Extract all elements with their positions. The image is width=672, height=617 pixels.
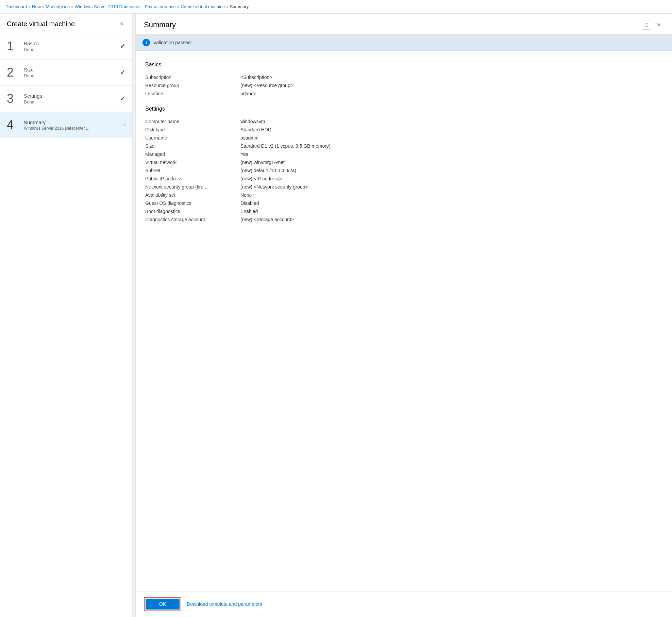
table-row: Public IP address (new) <IP address> [145, 175, 662, 183]
location-label: Location [145, 90, 240, 98]
step-3-settings[interactable]: 3 Settings Done ✓ [0, 86, 132, 112]
step-4-name: Summary [24, 119, 121, 125]
step-1-basics[interactable]: 1 Basics Done ✓ [0, 33, 132, 60]
breadcrumb-sep-4: > [177, 5, 179, 9]
boot-diagnostics-value: Enabled [240, 207, 662, 215]
table-row: Virtual network (new) winvmrg1-vnet [145, 158, 662, 166]
subscription-value: <Subscription> [240, 73, 662, 81]
right-panel-close-button[interactable]: × [654, 20, 663, 30]
availability-set-value: None [240, 191, 662, 199]
table-row: Diagnostics storage account (new) <Stora… [145, 215, 662, 224]
left-panel-header: Create virtual machine × [0, 14, 132, 33]
computer-name-label: Computer name [145, 117, 240, 126]
username-label: Username [145, 134, 240, 142]
table-row: Disk type Standard HDD [145, 126, 662, 134]
breadcrumb-sep-3: > [71, 5, 73, 9]
username-value: asadmin [240, 134, 662, 142]
resource-group-label: Resource group [145, 81, 240, 90]
step-2-name: Size [24, 67, 117, 72]
step-4-summary[interactable]: 4 Summary Windows Server 2016 Datacenter… [0, 112, 132, 138]
breadcrumb-item-summary: Summary [230, 4, 249, 9]
step-1-number: 1 [7, 40, 24, 52]
table-row: Managed Yes [145, 150, 662, 158]
disk-type-value: Standard HDD [240, 126, 662, 134]
disk-type-label: Disk type [145, 126, 240, 134]
diag-storage-value: (new) <Storage account> [240, 215, 662, 224]
breadcrumb-item-product[interactable]: Windows Server 2016 Datacenter - Pay-as-… [75, 4, 176, 9]
left-panel-close-button[interactable]: × [118, 20, 125, 28]
resource-group-value: (new) <Resource group> [240, 81, 662, 90]
step-1-status: Done [24, 47, 117, 52]
download-template-link[interactable]: Download template and parameters [187, 601, 262, 607]
left-panel-title: Create virtual machine [7, 20, 75, 28]
step-3-name: Settings [24, 93, 117, 99]
step-3-info: Settings Done [24, 93, 117, 104]
computer-name-value: windowsvm [240, 117, 662, 126]
validation-icon: i [142, 39, 150, 46]
breadcrumb-item-dashboard[interactable]: Dashboard [5, 4, 27, 9]
ok-button-wrapper: OK [144, 597, 181, 611]
table-row: Boot diagnostics Enabled [145, 207, 662, 215]
steps-container: 1 Basics Done ✓ 2 Size Done ✓ 3 [0, 33, 132, 617]
availability-set-label: Availability set [145, 191, 240, 199]
guest-os-diagnostics-label: Guest OS diagnostics [145, 199, 240, 207]
breadcrumb-sep-5: > [226, 5, 228, 9]
nsg-value: (new) <Network security group> [240, 183, 662, 191]
step-4-info: Summary Windows Server 2016 Datacenter .… [24, 119, 121, 131]
boot-diagnostics-label: Boot diagnostics [145, 207, 240, 215]
bottom-bar: OK Download template and parameters [136, 591, 672, 617]
settings-table: Computer name windowsvm Disk type Standa… [145, 117, 662, 224]
size-label: Size [145, 142, 240, 150]
diag-storage-label: Diagnostics storage account [145, 215, 240, 224]
subnet-label: Subnet [145, 166, 240, 175]
step-3-status: Done [24, 99, 117, 104]
subnet-value: (new) default (10.0.0.0/24) [240, 166, 662, 175]
step-2-check: ✓ [120, 68, 125, 77]
table-row: Availability set None [145, 191, 662, 199]
table-row: Subnet (new) default (10.0.0.0/24) [145, 166, 662, 175]
table-row: Size Standard D1 v2 (1 vcpus, 3.5 GB mem… [145, 142, 662, 150]
section-title-settings: Settings [145, 106, 662, 112]
step-2-info: Size Done [24, 67, 117, 78]
public-ip-label: Public IP address [145, 175, 240, 183]
step-3-number: 3 [7, 93, 24, 105]
table-row: Computer name windowsvm [145, 117, 662, 126]
basics-table: Subscription <Subscription> Resource gro… [145, 73, 662, 98]
managed-label: Managed [145, 150, 240, 158]
table-row: Location orlando [145, 90, 662, 98]
maximize-button[interactable]: □ [642, 20, 651, 30]
breadcrumb-sep-1: > [29, 5, 31, 9]
step-2-number: 2 [7, 66, 24, 79]
breadcrumb-item-new[interactable]: New [32, 4, 41, 9]
managed-value: Yes [240, 150, 662, 158]
step-1-check: ✓ [120, 42, 125, 50]
table-row: Resource group (new) <Resource group> [145, 81, 662, 90]
breadcrumb: Dashboard > New > Marketplace > Windows … [0, 0, 672, 14]
table-row: Username asadmin [145, 134, 662, 142]
guest-os-diagnostics-value: Disabled [240, 199, 662, 207]
step-4-number: 4 [7, 119, 24, 131]
right-panel-header: Summary □ × [136, 14, 672, 35]
breadcrumb-sep-2: > [42, 5, 44, 9]
virtual-network-label: Virtual network [145, 158, 240, 166]
location-value: orlando [240, 90, 662, 98]
table-row: Subscription <Subscription> [145, 73, 662, 81]
step-2-size[interactable]: 2 Size Done ✓ [0, 60, 132, 86]
breadcrumb-item-create-vm[interactable]: Create virtual machine [181, 4, 225, 9]
right-panel-title: Summary [144, 20, 176, 29]
summary-content: Basics Subscription <Subscription> Resou… [136, 51, 672, 591]
step-1-name: Basics [24, 40, 117, 46]
step-3-check: ✓ [120, 95, 125, 103]
virtual-network-value: (new) winvmrg1-vnet [240, 158, 662, 166]
breadcrumb-item-marketplace[interactable]: Marketplace [46, 4, 70, 9]
step-4-arrow: › [124, 122, 125, 128]
step-4-sub: Windows Server 2016 Datacenter ... [24, 126, 92, 131]
table-row: Guest OS diagnostics Disabled [145, 199, 662, 207]
left-panel: Create virtual machine × 1 Basics Done ✓… [0, 14, 133, 617]
right-panel: Summary □ × i Validation passed Basics S… [135, 14, 672, 617]
public-ip-value: (new) <IP address> [240, 175, 662, 183]
step-1-info: Basics Done [24, 40, 117, 52]
right-panel-controls: □ × [642, 20, 663, 30]
table-row: Network security group (fire... (new) <N… [145, 183, 662, 191]
ok-button[interactable]: OK [146, 599, 180, 610]
